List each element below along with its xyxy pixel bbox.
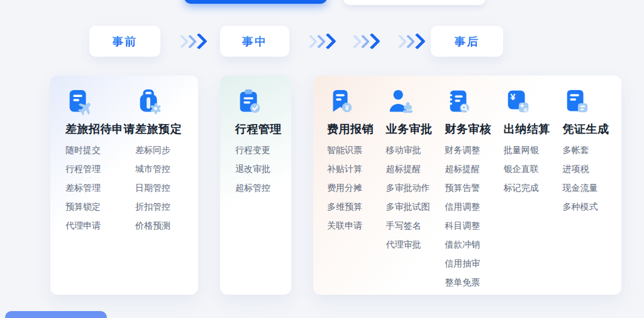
chevron-right-icon xyxy=(409,33,426,50)
feature-item: 差标管理 xyxy=(65,178,135,197)
feature-column: ¥出纳结算批量网银银企直联标记完成 xyxy=(504,88,563,197)
feature-column-title: 行程管理 xyxy=(235,122,291,137)
feature-item: 退改审批 xyxy=(235,159,291,178)
feature-item: 信用调整 xyxy=(445,197,504,216)
post-stage-card: ¥费用报销智能识票补贴计算费用分摊多维预算关联申请业务审批移动审批超标提醒多审批… xyxy=(313,76,621,295)
process-section: 事前 事中 事后 差旅招待申请随时提交行程管理差标管理预算锁定代理申请差旅预定差… xyxy=(0,0,644,318)
feature-list: 随时提交行程管理差标管理预算锁定代理申请 xyxy=(65,140,135,235)
feature-item: 现金流量 xyxy=(562,178,621,197)
wallet-calculator-icon: ¥ xyxy=(504,88,533,117)
feature-item: 代理申请 xyxy=(65,216,135,235)
feature-column: ¥费用报销智能识票补贴计算费用分摊多维预算关联申请 xyxy=(327,88,386,235)
feature-column-title: 差旅招待申请 xyxy=(65,122,135,137)
feature-item: 信用抽审 xyxy=(445,254,504,273)
feature-item: 进项税 xyxy=(562,159,621,178)
feature-item: 费用分摊 xyxy=(327,178,386,197)
chevron-right-icon xyxy=(319,33,336,50)
feature-item: 手写签名 xyxy=(386,216,445,235)
feature-item: 行程变更 xyxy=(235,140,291,159)
stage-button-post[interactable]: 事后 xyxy=(431,26,503,57)
feature-item: 批量网银 xyxy=(504,140,563,159)
feature-item: 差标同步 xyxy=(135,140,198,159)
top-inactive-tab-partial[interactable] xyxy=(343,0,486,5)
feature-item: 随时提交 xyxy=(65,140,135,159)
chevron-right-icon xyxy=(364,33,380,50)
feature-column: 凭证生成多帐套进项税现金流量多种模式 xyxy=(562,88,621,216)
feature-column: 差旅预定差标同步城市管控日期管控折扣管控价格预测 xyxy=(135,88,198,235)
feature-list: 批量网银银企直联标记完成 xyxy=(504,140,563,197)
pre-stage-card: 差旅招待申请随时提交行程管理差标管理预算锁定代理申请差旅预定差标同步城市管控日期… xyxy=(50,76,198,295)
feature-item: 财务调整 xyxy=(445,140,504,159)
feature-item: 行程管理 xyxy=(65,159,135,178)
feature-item: 智能识票 xyxy=(327,140,386,159)
feature-column-title: 财务审核 xyxy=(445,122,504,137)
feature-column: 财务审核财务调整超标提醒预算告警信用调整科目调整借款冲销信用抽审整单免票 xyxy=(445,88,504,292)
feature-column-title: 凭证生成 xyxy=(562,122,621,137)
feature-item: 多审批试图 xyxy=(386,197,445,216)
bookmark-yuan-icon: ¥ xyxy=(327,88,356,117)
feature-item: 关联申请 xyxy=(327,216,386,235)
document-copy-icon xyxy=(562,88,591,117)
suitcase-gear-icon xyxy=(135,88,164,117)
feature-item: 多帐套 xyxy=(562,140,621,159)
feature-item: 多种模式 xyxy=(562,197,621,216)
feature-item: 标记完成 xyxy=(504,178,563,197)
chevron-right-icon xyxy=(191,33,208,50)
feature-item: 借款冲销 xyxy=(445,235,504,254)
feature-item: 代理审批 xyxy=(386,235,445,254)
stage-button-mid-label: 事中 xyxy=(242,34,267,49)
feature-item: 超标管控 xyxy=(235,178,291,197)
feature-column-title: 出纳结算 xyxy=(504,122,563,137)
feature-item: 整单免票 xyxy=(445,273,504,292)
stage-button-post-label: 事后 xyxy=(455,34,480,49)
chevron-arrows-icon xyxy=(395,35,421,47)
feature-item: 预算锁定 xyxy=(65,197,135,216)
svg-text:¥: ¥ xyxy=(345,104,349,111)
feature-list: 差标同步城市管控日期管控折扣管控价格预测 xyxy=(135,140,198,235)
chevron-arrows-icon xyxy=(306,35,332,47)
stage-button-mid[interactable]: 事中 xyxy=(220,26,289,57)
bottom-button-partial[interactable] xyxy=(5,311,107,318)
feature-item: 多审批动作 xyxy=(386,178,445,197)
feature-column: 差旅招待申请随时提交行程管理差标管理预算锁定代理申请 xyxy=(65,88,135,235)
feature-column: 业务审批移动审批超标提醒多审批动作多审批试图手写签名代理审批 xyxy=(386,88,445,254)
feature-column-title: 差旅预定 xyxy=(135,122,198,137)
document-plane-icon xyxy=(65,88,94,117)
feature-item: 科目调整 xyxy=(445,216,504,235)
feature-column-title: 费用报销 xyxy=(327,122,386,137)
feature-item: 超标提醒 xyxy=(445,159,504,178)
feature-item: 日期管控 xyxy=(135,178,198,197)
feature-list: 多帐套进项税现金流量多种模式 xyxy=(562,140,621,216)
person-stamp-icon xyxy=(386,88,415,117)
svg-text:¥: ¥ xyxy=(510,92,515,102)
clipboard-check-icon xyxy=(235,88,264,117)
feature-list: 智能识票补贴计算费用分摊多维预算关联申请 xyxy=(327,140,386,235)
stage-button-pre-label: 事前 xyxy=(113,34,138,49)
feature-list: 财务调整超标提醒预算告警信用调整科目调整借款冲销信用抽审整单免票 xyxy=(445,140,504,292)
feature-item: 超标提醒 xyxy=(386,159,445,178)
chevron-arrows-icon xyxy=(177,35,203,47)
top-active-tab-partial[interactable] xyxy=(184,0,327,4)
feature-item: 折扣管控 xyxy=(135,197,198,216)
feature-item: 预算告警 xyxy=(445,178,504,197)
feature-list: 移动审批超标提醒多审批动作多审批试图手写签名代理审批 xyxy=(386,140,445,254)
mid-stage-card: 行程管理行程变更退改审批超标管控 xyxy=(220,76,291,295)
feature-item: 移动审批 xyxy=(386,140,445,159)
feature-column-title: 业务审批 xyxy=(386,122,445,137)
feature-list: 行程变更退改审批超标管控 xyxy=(235,140,291,197)
notebook-magnifier-icon xyxy=(445,88,474,117)
chevron-arrows-icon xyxy=(350,35,376,47)
stage-button-pre[interactable]: 事前 xyxy=(89,26,160,57)
feature-item: 价格预测 xyxy=(135,216,198,235)
feature-item: 银企直联 xyxy=(504,159,563,178)
feature-item: 城市管控 xyxy=(135,159,198,178)
feature-item: 多维预算 xyxy=(327,197,386,216)
feature-column: 行程管理行程变更退改审批超标管控 xyxy=(235,88,291,197)
feature-item: 补贴计算 xyxy=(327,159,386,178)
